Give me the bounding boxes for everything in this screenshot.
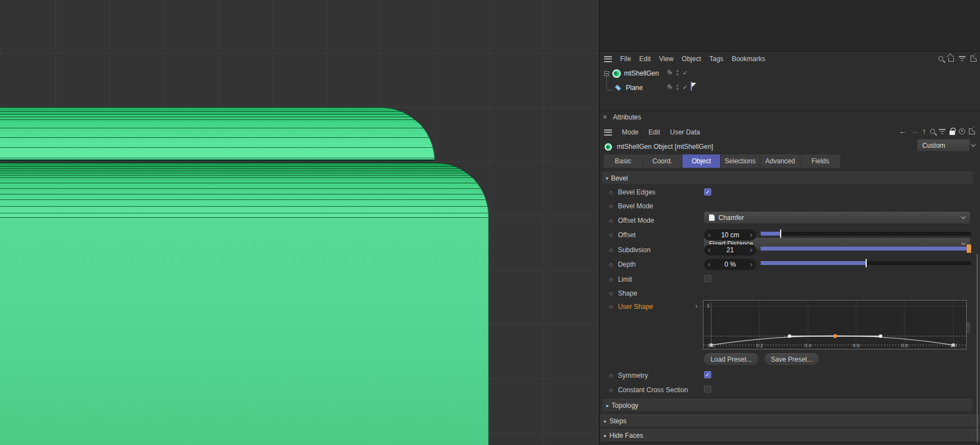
svg-text:0.8: 0.8 bbox=[901, 343, 908, 348]
dropdown-value: Chamfer bbox=[718, 214, 744, 222]
forward-arrow-icon[interactable]: → bbox=[911, 128, 918, 135]
layer-stack-icon[interactable] bbox=[667, 69, 672, 74]
row-bevel-edges: ◇ Bevel Edges bbox=[609, 186, 655, 198]
search-icon[interactable] bbox=[930, 129, 935, 134]
row-label: Shape bbox=[618, 289, 637, 297]
tab-fields[interactable]: Fields bbox=[801, 154, 840, 168]
tag-icon[interactable] bbox=[691, 82, 692, 91]
row-label: Bevel Mode bbox=[618, 202, 653, 210]
green-shell-slab-2[interactable] bbox=[0, 163, 489, 445]
popout-icon[interactable] bbox=[971, 56, 977, 62]
scrollbar-thumb[interactable] bbox=[977, 254, 978, 443]
enabled-checkmark-icon[interactable]: ✓ bbox=[682, 69, 688, 77]
object-label[interactable]: mtShellGen bbox=[624, 69, 659, 77]
visibility-dots-icon[interactable] bbox=[676, 70, 679, 76]
spinner-right-icon[interactable]: › bbox=[750, 230, 752, 240]
row-label: Limit bbox=[618, 276, 632, 283]
spinner-right-icon[interactable]: › bbox=[750, 259, 752, 269]
diamond-icon: ◇ bbox=[609, 218, 613, 223]
diamond-icon: ◇ bbox=[609, 247, 613, 253]
constant-cross-section-checkbox[interactable] bbox=[704, 386, 711, 393]
filter-icon[interactable] bbox=[939, 129, 946, 134]
load-preset-button[interactable]: Load Preset... bbox=[704, 353, 758, 365]
limit-checkbox[interactable] bbox=[704, 275, 711, 282]
section-header-hide-faces[interactable]: ▸ Hide Faces bbox=[600, 429, 980, 441]
slider-handle[interactable] bbox=[967, 244, 971, 253]
attr-menu-mode[interactable]: Mode bbox=[622, 128, 639, 136]
om-menu-file[interactable]: File bbox=[620, 55, 631, 63]
svg-text:0.4: 0.4 bbox=[805, 343, 812, 348]
up-arrow-icon[interactable]: ↑ bbox=[922, 128, 926, 135]
row-label: Bevel Edges bbox=[618, 188, 655, 196]
tree-row-mtshellgen[interactable]: mtShellGen bbox=[604, 67, 659, 80]
section-header-bevel[interactable]: ▾ Bevel bbox=[602, 172, 973, 184]
preset-dropdown-value: Custom bbox=[922, 142, 945, 149]
viewport-3d[interactable] bbox=[0, 0, 599, 445]
hamburger-menu-icon[interactable] bbox=[604, 56, 612, 62]
subdivision-spinner[interactable]: ‹ 21 › bbox=[704, 244, 756, 256]
om-menu-bookmarks[interactable]: Bookmarks bbox=[732, 55, 765, 63]
depth-value[interactable]: 0 % bbox=[710, 261, 750, 268]
green-shell-slab-1[interactable] bbox=[0, 107, 435, 161]
section-header-topology[interactable]: ▸ Topology bbox=[602, 399, 973, 411]
lock-icon[interactable] bbox=[949, 131, 955, 135]
section-header-steps[interactable]: ▸ Steps bbox=[600, 414, 980, 427]
subdivision-slider[interactable] bbox=[761, 247, 971, 251]
depth-slider[interactable] bbox=[761, 261, 971, 265]
hamburger-menu-icon[interactable] bbox=[604, 129, 612, 136]
om-menu-object[interactable]: Object bbox=[682, 55, 701, 63]
attr-menu-user-data[interactable]: User Data bbox=[670, 128, 700, 136]
attribute-tabs: Basic Coord. Object Selections Advanced … bbox=[604, 154, 841, 168]
layer-stack-icon[interactable] bbox=[667, 84, 672, 89]
subdivision-edge-line bbox=[0, 213, 488, 213]
enabled-checkmark-icon[interactable]: ✓ bbox=[682, 83, 688, 91]
row-shape: ◇ Shape bbox=[609, 287, 637, 299]
subdivision-edge-line bbox=[0, 168, 488, 169]
symmetry-checkbox[interactable]: ✓ bbox=[704, 371, 711, 378]
diamond-icon: ◇ bbox=[609, 304, 613, 309]
om-menu-view[interactable]: View bbox=[659, 55, 674, 63]
close-icon[interactable]: × bbox=[603, 113, 607, 121]
triangle-right-icon: ▸ bbox=[606, 403, 609, 408]
offset-slider[interactable] bbox=[761, 232, 971, 236]
om-menu-edit[interactable]: Edit bbox=[639, 55, 651, 63]
expand-toggle-icon[interactable] bbox=[604, 71, 609, 76]
offset-spinner[interactable]: ‹ 10 cm › bbox=[704, 229, 756, 241]
home-icon[interactable] bbox=[948, 58, 954, 62]
preset-dropdown[interactable]: Custom bbox=[917, 139, 980, 151]
object-manager-top-strip bbox=[600, 0, 980, 52]
depth-spinner[interactable]: ‹ 0 % › bbox=[704, 259, 756, 270]
om-menu-tags[interactable]: Tags bbox=[710, 55, 723, 63]
back-arrow-icon[interactable]: ← bbox=[899, 128, 907, 135]
tree-row-plane[interactable]: Plane bbox=[615, 81, 643, 94]
subdivision-value[interactable]: 21 bbox=[710, 246, 750, 254]
offset-value[interactable]: 10 cm bbox=[710, 231, 750, 239]
slider-handle[interactable] bbox=[780, 229, 781, 238]
slider-handle[interactable] bbox=[866, 259, 867, 267]
object-label[interactable]: Plane bbox=[626, 84, 643, 92]
attr-menu-edit[interactable]: Edit bbox=[649, 128, 660, 136]
spinner-right-icon[interactable]: › bbox=[750, 245, 752, 255]
triangle-down-icon: ▾ bbox=[606, 176, 609, 181]
save-preset-button[interactable]: Save Preset... bbox=[765, 353, 819, 365]
popout-icon[interactable] bbox=[969, 128, 975, 134]
tab-coord[interactable]: Coord. bbox=[643, 154, 682, 168]
tab-object[interactable]: Object bbox=[682, 154, 720, 168]
target-icon[interactable] bbox=[959, 128, 965, 134]
visibility-dots-icon[interactable] bbox=[676, 84, 679, 90]
bevel-edges-checkbox[interactable]: ✓ bbox=[704, 188, 711, 196]
triangle-right-icon: ▸ bbox=[604, 418, 607, 424]
tab-advanced[interactable]: Advanced bbox=[760, 154, 800, 168]
tab-selections[interactable]: Selections bbox=[721, 154, 760, 168]
search-icon[interactable] bbox=[938, 56, 943, 61]
filter-icon[interactable] bbox=[959, 56, 966, 61]
section-label: Topology bbox=[612, 402, 639, 409]
expand-chevron-icon[interactable]: › bbox=[695, 302, 697, 310]
row-label: Offset bbox=[618, 231, 636, 239]
bevel-mode-dropdown[interactable]: Chamfer bbox=[704, 212, 970, 223]
right-panel: File Edit View Object Tags Bookmarks mtS… bbox=[599, 0, 980, 445]
attributes-titlebar: × Attributes bbox=[603, 111, 641, 123]
user-shape-spline-graph[interactable]: 0.00.20.40.60.81.01 bbox=[703, 300, 967, 349]
tab-basic[interactable]: Basic bbox=[604, 154, 642, 168]
tree-connector bbox=[606, 90, 614, 91]
